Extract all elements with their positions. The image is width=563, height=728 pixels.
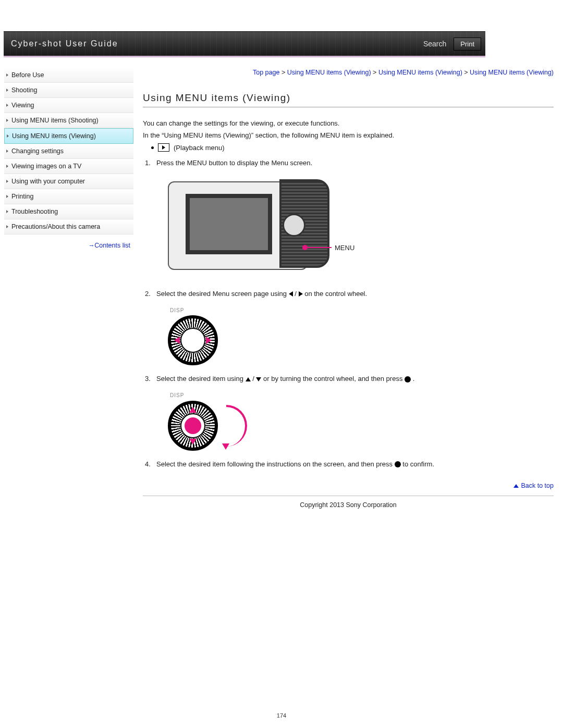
rotate-arrow-icon [226, 405, 247, 447]
main-content: Top page > Using MENU items (Viewing) > … [143, 68, 559, 529]
control-wheel-lr-illustration: DISP [168, 306, 554, 366]
camera-illustration: MENU [168, 176, 554, 280]
center-button-icon [395, 461, 401, 467]
playback-icon [158, 143, 169, 152]
page-number: 174 [0, 712, 563, 719]
playback-menu-item: (Playback menu) [151, 143, 554, 152]
wheel-right-arrow-icon [206, 337, 212, 344]
sidebar-item-precautions[interactable]: Precautions/About this camera [4, 219, 133, 235]
menu-callout-line [308, 247, 332, 248]
wheel-left-arrow-icon [174, 337, 180, 344]
menu-callout-label: MENU [335, 243, 354, 253]
sidebar-item-troubleshooting[interactable]: Troubleshooting [4, 204, 133, 219]
right-arrow-icon [299, 291, 303, 297]
down-arrow-icon [256, 377, 261, 381]
sidebar-nav: Before Use Shooting Viewing Using MENU i… [4, 68, 133, 529]
footer-divider [143, 496, 554, 496]
print-button[interactable]: Print [454, 38, 481, 51]
sidebar-item-shooting[interactable]: Shooting [4, 83, 133, 98]
menu-button-marker [302, 245, 308, 250]
sidebar-item-changing-settings[interactable]: Changing settings [4, 144, 133, 159]
breadcrumb-link-2[interactable]: Using MENU items (Viewing) [378, 69, 462, 76]
control-wheel-graphic [168, 315, 218, 365]
sidebar-item-viewing-tv[interactable]: Viewing images on a TV [4, 159, 133, 174]
search-link[interactable]: Search [423, 40, 446, 48]
intro-text: You can change the settings for the view… [143, 119, 554, 141]
sidebar-item-printing[interactable]: Printing [4, 189, 133, 204]
camera-dial-graphic [283, 214, 305, 237]
up-arrow-icon [246, 377, 251, 381]
breadcrumb-link-current[interactable]: Using MENU items (Viewing) [470, 69, 554, 76]
sidebar-item-menu-shooting[interactable]: Using MENU items (Shooting) [4, 113, 133, 128]
control-wheel-ud-illustration: DISP [168, 391, 554, 451]
wheel-down-arrow-icon [189, 439, 197, 445]
up-triangle-icon [513, 484, 519, 488]
breadcrumb-link-1[interactable]: Using MENU items (Viewing) [287, 69, 371, 76]
back-to-top-link[interactable]: Back to top [143, 478, 554, 493]
sidebar-item-computer[interactable]: Using with your computer [4, 174, 133, 189]
sidebar-item-before-use[interactable]: Before Use [4, 68, 133, 83]
copyright-text: Copyright 2013 Sony Corporation [143, 499, 554, 529]
step-2: Select the desired Menu screen page usin… [145, 289, 554, 366]
sidebar-item-menu-viewing[interactable]: Using MENU items (Viewing) [4, 128, 133, 144]
header-bar: Cyber-shot User Guide Search Print [4, 31, 485, 57]
center-button-icon [405, 376, 411, 382]
wheel-up-arrow-icon [189, 407, 197, 413]
camera-screen-graphic [186, 194, 272, 254]
page-title: Using MENU items (Viewing) [143, 92, 554, 107]
sidebar-item-viewing[interactable]: Viewing [4, 98, 133, 113]
site-title: Cyber-shot User Guide [4, 39, 118, 48]
step-3: Select the desired item using / or by tu… [145, 374, 554, 451]
control-wheel-graphic [168, 401, 218, 451]
left-arrow-icon [289, 291, 293, 297]
breadcrumb-link-top[interactable]: Top page [253, 69, 279, 76]
step-4: Select the desired item following the in… [145, 459, 554, 470]
step-1: Press the MENU button to display the Men… [145, 158, 554, 280]
breadcrumb: Top page > Using MENU items (Viewing) > … [143, 68, 554, 78]
bullet-icon [151, 146, 154, 149]
contents-list-link[interactable]: Contents list [4, 235, 133, 249]
steps-list: Press the MENU button to display the Men… [143, 158, 554, 470]
